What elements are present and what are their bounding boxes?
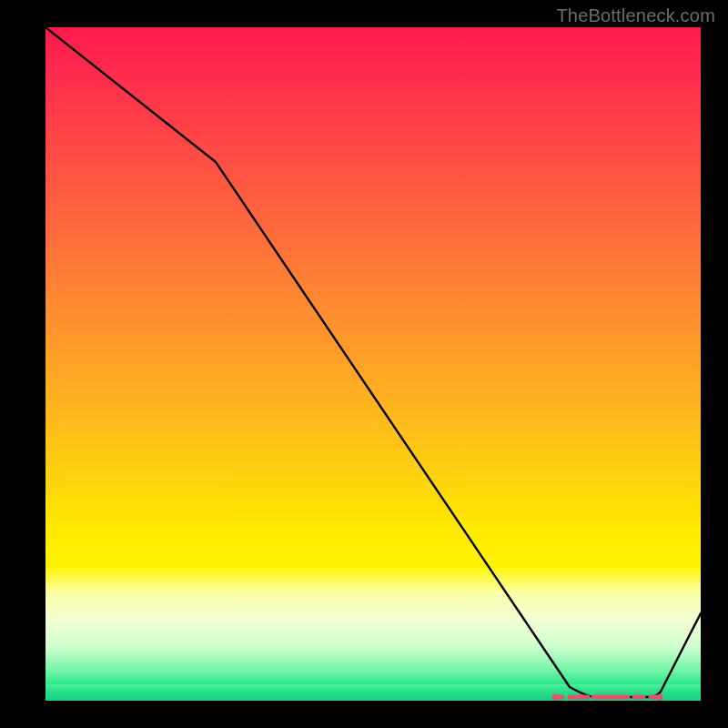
curve-path xyxy=(46,27,701,697)
optimal-zone-cap-left xyxy=(552,694,559,701)
chart-frame: TheBottleneck.com xyxy=(0,0,728,728)
optimal-zone-cap-right xyxy=(657,694,663,701)
plot-area xyxy=(46,27,701,701)
bottleneck-curve xyxy=(46,27,701,701)
watermark-text: TheBottleneck.com xyxy=(556,5,715,26)
